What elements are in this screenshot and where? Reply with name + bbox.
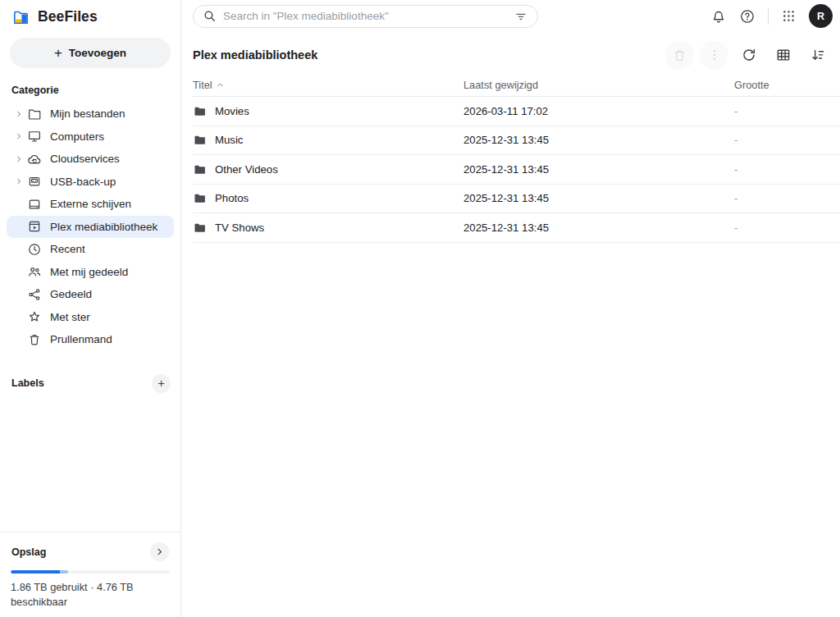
file-size: - (734, 222, 840, 234)
column-header-grootte[interactable]: Grootte (734, 79, 840, 91)
star-icon (27, 309, 42, 324)
grid-view-icon (775, 47, 792, 63)
app-logo: BeeFiles (0, 0, 180, 31)
sidebar-item-externe-schijven[interactable]: Externe schijven (7, 193, 174, 216)
file-size: - (734, 192, 840, 204)
file-title: Other Videos (215, 163, 278, 176)
add-new-button[interactable]: + Toevoegen (10, 38, 171, 68)
table-row-photos[interactable]: Photos 2025-12-31 13:45 - (193, 185, 840, 214)
expand-chevron-icon[interactable] (15, 110, 27, 118)
table-header: TitelLaatst gewijzigdGrootte (193, 73, 840, 97)
search-filter-button[interactable] (513, 8, 529, 25)
toolbar-actions (665, 41, 832, 70)
help-button[interactable] (739, 8, 756, 25)
storage-bar-used (11, 570, 60, 574)
file-title: Movies (215, 105, 249, 117)
beefiles-logo-icon (11, 7, 30, 26)
grid-view-button[interactable] (769, 41, 797, 70)
cloud-sync-icon (27, 152, 42, 167)
apps-grid-icon (781, 8, 797, 24)
share-icon (27, 287, 42, 302)
file-title: Photos (215, 192, 249, 204)
file-title: TV Shows (215, 222, 264, 234)
content-header: Plex mediabibliotheek (181, 32, 840, 66)
media-library-icon (27, 219, 42, 234)
storage-meter (11, 570, 170, 574)
user-avatar[interactable]: R (809, 4, 833, 28)
column-header-laatst-gewijzigd[interactable]: Laatst gewijzigd (463, 79, 734, 91)
sidebar-item-met-ster[interactable]: Met ster (7, 306, 174, 329)
more-vert-icon (707, 48, 722, 62)
table-row-other-videos[interactable]: Other Videos 2025-12-31 13:45 - (193, 155, 840, 185)
sidebar-item-met-mij-gedeeld[interactable]: Met mij gedeeld (7, 261, 174, 284)
folder-icon (193, 221, 207, 235)
file-table: TitelLaatst gewijzigdGrootte Movies 2026… (193, 73, 840, 243)
bell-icon (710, 8, 727, 25)
delete-button-disabled[interactable] (665, 41, 694, 70)
trash-icon (27, 332, 42, 347)
refresh-icon (741, 47, 757, 63)
clock-icon (27, 242, 42, 257)
expand-chevron-icon[interactable] (15, 177, 27, 185)
sidebar-item-mijn-bestanden[interactable]: Mijn bestanden (7, 103, 174, 126)
folder-icon (193, 104, 207, 118)
sidebar-item-computers[interactable]: Computers (7, 126, 174, 149)
folder-icon (193, 191, 207, 205)
file-modified: 2025-12-31 13:45 (463, 163, 734, 176)
category-heading: Categorie (0, 71, 180, 103)
notifications-button[interactable] (710, 8, 727, 25)
sidebar-item-recent[interactable]: Recent (7, 238, 174, 261)
folder-icon (193, 162, 207, 176)
sidebar-item-cloudservices[interactable]: Cloudservices (7, 148, 174, 171)
search-input[interactable] (223, 10, 506, 22)
app-title: BeeFiles (38, 8, 98, 25)
column-header-titel[interactable]: Titel (193, 79, 463, 91)
add-label-button[interactable]: + (152, 374, 171, 393)
help-icon (739, 8, 756, 25)
refresh-button[interactable] (734, 41, 763, 70)
sort-ascending-icon (217, 81, 224, 89)
filter-icon (514, 10, 527, 23)
more-options-button-disabled[interactable] (700, 41, 728, 70)
storage-expand-button[interactable] (150, 542, 169, 561)
topbar: R (181, 0, 840, 32)
computer-icon (27, 129, 42, 144)
search-icon (203, 9, 217, 23)
trash-icon (672, 48, 687, 63)
people-icon (27, 264, 42, 279)
sidebar-item-plex-mediabibliotheek[interactable]: Plex mediabibliotheek (7, 216, 174, 239)
usb-device-icon (27, 174, 42, 189)
storage-heading: Opslag (11, 546, 46, 558)
add-new-label: Toevoegen (69, 47, 126, 59)
labels-section: Labels + (0, 351, 180, 400)
file-size: - (734, 105, 840, 117)
sort-icon (810, 47, 826, 63)
sidebar-item-gedeeld[interactable]: Gedeeld (7, 283, 174, 306)
apps-grid-button[interactable] (781, 8, 797, 24)
expand-chevron-icon[interactable] (15, 132, 27, 140)
folder-icon (193, 133, 207, 147)
expand-chevron-icon[interactable] (15, 155, 27, 163)
file-title: Music (215, 134, 243, 146)
sidebar-nav: Mijn bestanden Computers Cloudservices U… (0, 103, 180, 351)
file-modified: 2026-03-11 17:02 (463, 105, 734, 117)
labels-heading: Labels (11, 377, 44, 389)
topbar-right: R (710, 4, 840, 28)
sort-button[interactable] (803, 41, 832, 70)
main-area: R Plex mediabibliotheek (181, 0, 840, 617)
file-size: - (734, 134, 840, 146)
search-bar (193, 5, 538, 28)
table-row-music[interactable]: Music 2025-12-31 13:45 - (193, 126, 840, 156)
sidebar: BeeFiles + Toevoegen Categorie Mijn best… (0, 0, 181, 617)
table-row-movies[interactable]: Movies 2026-03-11 17:02 - (193, 97, 840, 126)
sidebar-item-usb-back-up[interactable]: USB-back-up (7, 171, 174, 194)
table-row-tv-shows[interactable]: TV Shows 2025-12-31 13:45 - (193, 213, 840, 243)
file-modified: 2025-12-31 13:45 (463, 222, 734, 234)
file-modified: 2025-12-31 13:45 (463, 134, 734, 146)
chevron-right-icon (155, 547, 164, 556)
file-size: - (734, 163, 840, 176)
sidebar-item-prullenmand[interactable]: Prullenmand (7, 328, 174, 351)
plus-icon: + (54, 46, 62, 60)
folder-icon (27, 107, 42, 121)
storage-usage-text: 1.86 TB gebruikt · 4.76 TB beschikbaar (10, 580, 171, 609)
